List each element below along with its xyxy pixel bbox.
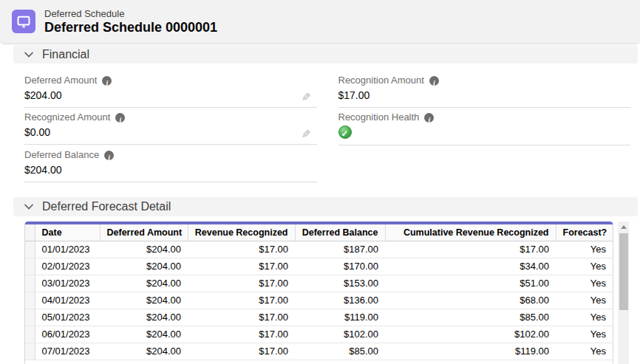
info-icon[interactable] [104,151,114,160]
column-header-cumulative-revenue-recognized: Cumulative Revenue Recognized [385,224,556,241]
table-cell: $17.00 [385,241,556,258]
table-cell: $102.00 [295,326,385,343]
table-cell: $204.00 [100,309,188,326]
table-cell: $17.00 [188,326,295,343]
table-cell: $85.00 [385,309,556,326]
edit-pencil-icon[interactable]: ✎ [302,129,311,140]
table-cell: $17.00 [188,309,295,326]
table-cell: $187.00 [295,241,385,258]
table-cell: $85.00 [295,343,385,360]
table-row: 02/01/2023$204.00$17.00$170.00$34.00Yes [25,258,613,275]
gutter-cell [25,292,35,309]
table-cell: Yes [556,326,613,343]
table-cell: $17.00 [188,241,295,258]
forecast-table: Date Deferred Amount Revenue Recognized … [25,224,613,360]
table-cell: Yes [556,275,613,292]
record-header: Deferred Schedule Deferred Schedule 0000… [0,0,640,43]
section-header-forecast[interactable]: Deferred Forecast Detail [13,197,638,216]
gutter-cell [25,326,35,343]
table-cell: $170.00 [295,258,385,275]
table-cell: $136.00 [295,292,385,309]
info-icon[interactable] [115,113,125,123]
table-cell: $204.00 [100,292,188,309]
table-cell: Yes [556,241,613,258]
field-value: $204.00 [24,162,317,178]
monitor-icon [12,10,35,33]
table-cell: $204.00 [100,275,188,292]
table-cell: $153.00 [295,275,385,292]
table-cell: 06/01/2023 [35,326,100,343]
chevron-down-icon[interactable] [24,50,34,59]
gutter-cell [25,241,35,258]
column-header-deferred-balance: Deferred Balance [295,224,385,241]
table-cell: 05/01/2023 [35,309,100,326]
gutter-cell [25,309,35,326]
info-icon[interactable] [429,76,439,86]
table-cell: Yes [556,309,613,326]
section-header-financial[interactable]: Financial [13,46,638,63]
field-value: $0.00 [24,125,317,140]
table-cell: $119.00 [385,343,556,360]
table-cell: $17.00 [188,258,295,275]
scrollbar-thumb[interactable] [619,233,628,310]
table-cell: 04/01/2023 [35,292,100,309]
table-cell: $17.00 [188,343,295,360]
table-row: 01/01/2023$204.00$17.00$187.00$17.00Yes [25,241,613,258]
field-label: Deferred Amount [24,74,97,87]
object-label: Deferred Schedule [44,8,217,20]
edit-pencil-icon[interactable]: ✎ [302,92,311,103]
gutter-cell [25,258,35,275]
forecast-table-card: Date Deferred Amount Revenue Recognized … [24,222,613,364]
table-cell: $17.00 [188,275,295,292]
gutter-cell [25,343,35,360]
section-title: Deferred Forecast Detail [42,200,171,213]
table-cell: $17.00 [188,292,295,309]
info-icon[interactable] [102,76,112,86]
table-cell: $119.00 [295,309,385,326]
column-header-revenue-recognized: Revenue Recognized [188,224,295,241]
table-row: 04/01/2023$204.00$17.00$136.00$68.00Yes [25,292,613,309]
column-header-deferred-amount: Deferred Amount [100,224,188,241]
check-circle-icon [338,126,352,139]
scroll-up-arrow-icon[interactable] [618,222,629,233]
field-recognized-amount: Recognized Amount $0.00 ✎ [24,108,317,145]
field-label: Recognition Amount [338,74,424,87]
table-row: 03/01/2023$204.00$17.00$153.00$51.00Yes [25,275,613,292]
table-body: 01/01/2023$204.00$17.00$187.00$17.00Yes0… [25,241,613,360]
table-cell: $34.00 [385,258,556,275]
table-row: 05/01/2023$204.00$17.00$119.00$85.00Yes [25,309,613,326]
table-cell: $204.00 [100,343,188,360]
table-row: 06/01/2023$204.00$17.00$102.00$102.00Yes [25,326,613,343]
column-header-forecast: Forecast? [556,224,613,241]
field-value: $204.00 [24,88,317,103]
field-label: Recognition Health [338,111,420,124]
table-row: 07/01/2023$204.00$17.00$85.00$119.00Yes [25,343,613,360]
info-icon[interactable] [424,113,434,123]
field-recognition-amount: Recognition Amount $17.00 [338,71,631,108]
gutter-column [25,224,35,241]
page-title: Deferred Schedule 0000001 [44,20,217,35]
table-cell: 02/01/2023 [35,258,100,275]
section-title: Financial [42,48,89,61]
table-cell: Yes [556,292,613,309]
column-header-date: Date [35,224,100,241]
vertical-scrollbar[interactable] [618,222,629,364]
table-cell: 07/01/2023 [35,343,100,360]
gutter-cell [25,275,35,292]
table-cell: 03/01/2023 [35,275,100,292]
table-cell: $204.00 [100,258,188,275]
table-cell: $204.00 [100,241,188,258]
table-cell: 01/01/2023 [35,241,100,258]
field-deferred-amount: Deferred Amount $204.00 ✎ [24,71,317,108]
field-value: $17.00 [338,88,631,103]
record-page: Deferred Schedule Deferred Schedule 0000… [0,0,640,364]
table-cell: $102.00 [385,326,556,343]
field-label: Recognized Amount [24,111,110,124]
field-deferred-balance: Deferred Balance $204.00 [24,145,317,182]
chevron-down-icon[interactable] [24,202,34,211]
field-recognition-health: Recognition Health [338,108,631,145]
field-label: Deferred Balance [24,148,99,162]
table-cell: $68.00 [385,292,556,309]
table-cell: Yes [556,258,613,275]
table-cell: $204.00 [100,326,188,343]
